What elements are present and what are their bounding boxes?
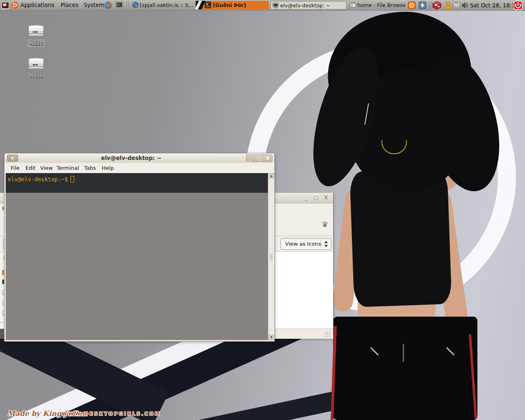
- maximize-button[interactable]: □: [255, 155, 263, 162]
- minimize-button[interactable]: _: [247, 155, 255, 162]
- file-browser-icon: [349, 2, 356, 8]
- view-mode-value: View as Icons: [285, 241, 321, 247]
- power-manager-icon[interactable]: [418, 1, 427, 9]
- chat-window-icon: [205, 2, 211, 8]
- taskbar-item-terminal[interactable]: elv@elv-desktop: ~: [270, 1, 347, 9]
- tray-drag-handle[interactable]: [429, 1, 431, 9]
- panel-drag-handle[interactable]: [126, 1, 129, 9]
- terminal-window-icon: [272, 2, 279, 9]
- close-button[interactable]: X: [264, 155, 272, 162]
- wallpaper-figure-pants: [333, 317, 477, 420]
- volume-icon[interactable]: [461, 2, 469, 9]
- scrollbar-thumb-grip: [270, 254, 273, 260]
- menu-tabs[interactable]: Tabs: [84, 164, 96, 172]
- menu-help[interactable]: Help: [102, 164, 114, 172]
- scroll-down-icon[interactable]: ▼: [269, 335, 274, 340]
- watermark-site: WWW.DESKTOPGIRLS.COM: [62, 411, 161, 417]
- window-selector-icon: [2, 2, 9, 8]
- attention-cube-icon[interactable]: [432, 1, 441, 10]
- maximize-button[interactable]: □: [313, 195, 320, 201]
- applications-menu[interactable]: Applications: [18, 0, 57, 10]
- clock-applet[interactable]: Sat Oct 28, 18:19: [470, 0, 519, 11]
- terminal-cursor: [71, 176, 74, 183]
- desktop-icon-label[interactable]: hda5: [28, 73, 43, 79]
- terminal-menubar: File Edit View Terminal Tabs Help: [5, 163, 274, 173]
- menu-edit[interactable]: Edit: [25, 164, 36, 172]
- scroll-up-icon[interactable]: ▲: [269, 173, 274, 178]
- terminal-title: elv@elv-desktop: ~: [0, 155, 266, 161]
- taskbar-item-spjall[interactable]: [spjall.vaktin.is :: S...: [130, 1, 193, 9]
- mail-notification-icon[interactable]: [453, 2, 460, 8]
- user-switcher-icon[interactable]: [444, 1, 452, 9]
- window-buttons: _ □ X: [246, 155, 272, 162]
- terminal-scrollbar[interactable]: ▲ ▼: [268, 173, 274, 340]
- menu-file[interactable]: File: [11, 164, 20, 172]
- places-menu[interactable]: Places: [58, 0, 81, 10]
- menu-view[interactable]: View: [40, 164, 53, 172]
- globe-icon: [132, 2, 139, 8]
- terminal-titlebar[interactable]: v elv@elv-desktop: ~ _ □ X: [5, 153, 274, 163]
- desktop-icon-hda5[interactable]: hda5: [25, 55, 48, 79]
- close-button[interactable]: X: [322, 195, 330, 201]
- system-menu[interactable]: System: [81, 0, 107, 10]
- terminal-window: v elv@elv-desktop: ~ _ □ X File Edit Vie…: [4, 153, 275, 342]
- terminal-prompt-row: elv@elv-desktop:~$: [6, 173, 268, 193]
- terminal-transparency: [6, 193, 268, 340]
- combo-divider: [321, 240, 321, 248]
- taskbar-item-gudni[interactable]: [Guðni Þór]: [196, 1, 269, 9]
- shell-prompt: elv@elv-desktop:~$: [8, 176, 68, 183]
- throbber-gnome-foot-icon: [322, 221, 328, 228]
- window-selector-button[interactable]: [1, 1, 10, 10]
- desktop-icon-label[interactable]: hda1: [28, 40, 44, 47]
- terminal-content[interactable]: elv@elv-desktop:~$: [6, 173, 268, 340]
- view-mode-select[interactable]: View as Icons: [281, 238, 331, 250]
- firefox-icon[interactable]: [104, 1, 112, 9]
- taskbar-item-filebrowser[interactable]: home - File Browser: [348, 1, 405, 9]
- terminal-launcher-icon[interactable]: >_: [115, 1, 123, 9]
- drive-icon: [27, 22, 45, 38]
- logout-power-icon[interactable]: [514, 1, 523, 10]
- svg-text:>_: >_: [117, 3, 121, 7]
- desktop-icon-hda1[interactable]: hda1: [25, 22, 48, 47]
- drive-icon: [27, 55, 45, 71]
- spin-arrows-icon: [324, 241, 328, 247]
- menu-terminal[interactable]: Terminal: [57, 164, 79, 172]
- software-update-icon[interactable]: [408, 1, 416, 9]
- minimize-button[interactable]: _: [303, 195, 310, 201]
- resize-grip[interactable]: [325, 331, 331, 337]
- wallpaper-figure-zipper: [403, 344, 404, 362]
- top-panel: Applications Places System >_ [spjall.va…: [0, 0, 525, 11]
